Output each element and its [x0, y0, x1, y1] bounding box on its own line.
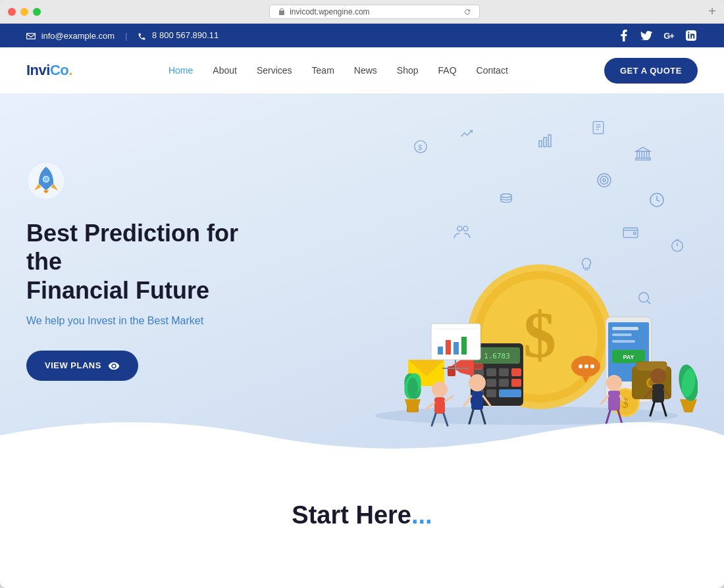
top-bar-contact: info@example.com | 8 800 567.890.11 [26, 30, 219, 40]
nav-home[interactable]: Home [161, 61, 201, 80]
logo-co: Co [50, 62, 68, 78]
svg-rect-9 [642, 151, 644, 158]
svg-line-80 [445, 396, 453, 401]
svg-point-16 [600, 176, 608, 184]
get-quote-button[interactable]: GET A QUOTE [604, 58, 698, 84]
svg-point-17 [603, 179, 606, 182]
eye-icon [108, 360, 120, 372]
nav-team[interactable]: Team [304, 61, 342, 80]
url-bar[interactable]: invicodt.wpengine.com [269, 5, 480, 19]
target-icon [596, 172, 612, 191]
hero-section: $ [0, 93, 724, 462]
svg-point-109 [579, 364, 582, 368]
svg-rect-90 [608, 391, 620, 410]
start-title: Start Here... [26, 501, 698, 529]
svg-rect-56 [511, 379, 521, 387]
site-content: info@example.com | 8 800 567.890.11 G+ [0, 24, 724, 588]
nav-contact[interactable]: Contact [469, 61, 516, 80]
svg-point-110 [584, 364, 588, 368]
svg-rect-8 [637, 151, 640, 158]
rocket-svg [26, 161, 66, 201]
nav-about[interactable]: About [205, 61, 245, 80]
nav-faq[interactable]: FAQ [430, 61, 465, 80]
svg-rect-50 [486, 368, 496, 376]
svg-rect-52 [511, 368, 521, 376]
window-controls [8, 8, 41, 16]
svg-text:$: $ [523, 298, 556, 371]
svg-rect-1 [544, 137, 546, 147]
svg-rect-84 [471, 391, 483, 410]
logo-text: Invi [26, 62, 50, 78]
start-section: Start Here... [0, 462, 724, 543]
view-plans-button[interactable]: VIEW PLANS [26, 351, 138, 381]
social-links: G+ [617, 29, 698, 42]
hero-wave [0, 409, 724, 462]
lock-icon [278, 8, 286, 16]
svg-rect-96 [652, 384, 664, 403]
graph-icon [459, 126, 474, 144]
chart-icon [537, 133, 553, 153]
scene-svg: $ PAY $ 1.6783 [329, 199, 698, 435]
linkedin-icon[interactable] [685, 29, 698, 42]
minimize-button[interactable] [20, 8, 28, 16]
svg-point-15 [598, 174, 611, 187]
facebook-icon[interactable] [617, 29, 631, 42]
rocket-illustration [26, 161, 276, 203]
svg-rect-58 [486, 389, 496, 397]
svg-point-104 [407, 378, 418, 399]
address-bar: invicodt.wpengine.com [93, 5, 656, 19]
nav-news[interactable]: News [346, 61, 385, 80]
svg-line-79 [427, 403, 434, 409]
bank-icon [634, 146, 652, 165]
dollar-circle-icon: $ [413, 139, 428, 157]
hero-subtitle: We help you Invest in the Best Market [26, 315, 276, 327]
svg-point-30 [44, 177, 49, 182]
svg-line-85 [464, 396, 471, 406]
svg-point-18 [501, 194, 512, 198]
refresh-icon[interactable] [463, 8, 471, 16]
svg-point-111 [590, 364, 594, 368]
top-bar: info@example.com | 8 800 567.890.11 G+ [0, 24, 724, 47]
svg-rect-73 [453, 342, 459, 355]
svg-rect-74 [461, 337, 467, 355]
svg-point-83 [469, 374, 486, 391]
logo-period: . [68, 62, 72, 78]
navbar: InviCo. Home About Services Team News Sh… [0, 47, 724, 93]
url-text: invicodt.wpengine.com [290, 7, 369, 16]
hero-title: Best Prediction for the Financial Future [26, 219, 276, 305]
hero-content: Best Prediction for the Financial Future… [26, 161, 276, 381]
svg-rect-51 [499, 368, 509, 376]
clipboard-icon [591, 120, 606, 139]
svg-rect-0 [539, 141, 542, 147]
svg-marker-7 [636, 147, 650, 151]
nav-services[interactable]: Services [249, 61, 300, 80]
mac-window: invicodt.wpengine.com + info@example.com… [0, 0, 724, 588]
svg-rect-11 [636, 158, 650, 160]
titlebar: invicodt.wpengine.com + [0, 0, 724, 24]
svg-rect-40 [612, 340, 635, 343]
svg-rect-55 [499, 379, 509, 387]
svg-rect-2 [548, 135, 551, 147]
logo[interactable]: InviCo. [26, 62, 72, 79]
svg-text:1.6783: 1.6783 [484, 352, 510, 360]
svg-point-77 [432, 381, 448, 397]
close-button[interactable] [8, 8, 16, 16]
twitter-icon[interactable] [640, 29, 653, 42]
email-info: info@example.com [26, 31, 115, 41]
svg-point-95 [650, 368, 666, 384]
phone-info: 8 800 567.890.11 [138, 30, 219, 40]
svg-rect-10 [647, 151, 650, 158]
nav-shop[interactable]: Shop [389, 61, 427, 80]
svg-rect-59 [499, 389, 521, 397]
svg-rect-39 [612, 333, 632, 336]
email-icon [26, 33, 36, 39]
hero-scene: $ PAY $ 1.6783 [329, 199, 685, 422]
googleplus-icon[interactable]: G+ [662, 29, 675, 42]
maximize-button[interactable] [33, 8, 41, 16]
new-tab-button[interactable]: + [708, 4, 716, 19]
nav-links: Home About Services Team News Shop FAQ C… [161, 61, 516, 80]
svg-text:$: $ [418, 143, 422, 151]
svg-rect-71 [438, 347, 443, 355]
divider: | [125, 31, 127, 41]
svg-rect-38 [612, 327, 638, 330]
